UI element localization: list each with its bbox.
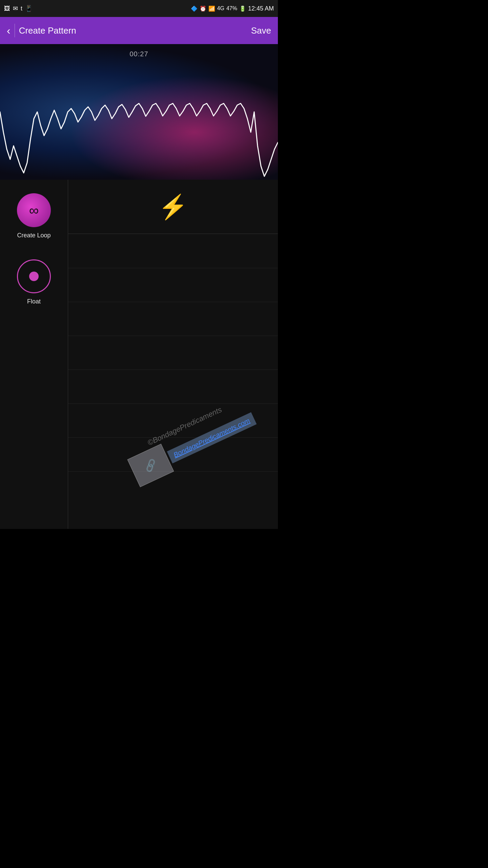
battery-pct: 47%	[226, 5, 237, 12]
float-circle-icon	[17, 259, 51, 293]
status-time: 12:45 AM	[248, 5, 274, 12]
float-label: Float	[27, 298, 41, 305]
bottom-panel: ∞ Create Loop Float ⚡	[0, 180, 278, 529]
bluetooth-icon: 🔷	[191, 5, 198, 12]
waveform-svg	[0, 44, 278, 180]
tumblr-icon: t	[21, 5, 22, 12]
battery-icon: 🔋	[239, 5, 246, 12]
back-button[interactable]: ‹	[7, 24, 11, 37]
status-right: 🔷 ⏰ 📶 4G 47% 🔋 12:45 AM	[191, 5, 274, 12]
float-dot	[29, 272, 39, 281]
sidebar: ∞ Create Loop Float	[0, 180, 68, 529]
alarm-icon: ⏰	[200, 5, 206, 12]
waveform-container: 00:27	[0, 44, 278, 180]
grid-line-1	[68, 268, 278, 268]
status-bar: 🖼 ✉ t 📱 🔷 ⏰ 📶 4G 47% 🔋 12:45 AM	[0, 0, 278, 17]
phone-icon: 📱	[25, 5, 33, 12]
create-loop-label: Create Loop	[17, 232, 50, 239]
page-title: Create Pattern	[19, 25, 76, 36]
grid-lines	[68, 234, 278, 529]
grid-section-bottom: ©BondagePredicaments BondagePredicaments…	[68, 234, 278, 529]
loop-circle-icon: ∞	[17, 193, 51, 227]
email-icon: ✉	[13, 5, 18, 12]
signal-icon: 4G	[217, 5, 224, 12]
status-icons-left: 🖼 ✉ t 📱	[4, 5, 33, 12]
grid-line-4	[68, 370, 278, 370]
grid-line-3	[68, 336, 278, 336]
infinity-icon: ∞	[29, 203, 39, 218]
grid-section-top: ⚡	[68, 180, 278, 234]
wifi-icon: 📶	[208, 5, 215, 12]
header-divider	[15, 24, 15, 37]
grid-line-2	[68, 302, 278, 302]
photo-icon: 🖼	[4, 5, 10, 12]
sidebar-item-create-loop[interactable]: ∞ Create Loop	[17, 193, 51, 239]
grid-area: ⚡ ©BondagePredicaments BondagePred	[68, 180, 278, 529]
save-button[interactable]: Save	[251, 25, 271, 36]
header-left: ‹ Create Pattern	[7, 24, 76, 37]
sidebar-item-float[interactable]: Float	[17, 259, 51, 305]
lightning-icon: ⚡	[158, 193, 188, 221]
app-header: ‹ Create Pattern Save	[0, 17, 278, 44]
